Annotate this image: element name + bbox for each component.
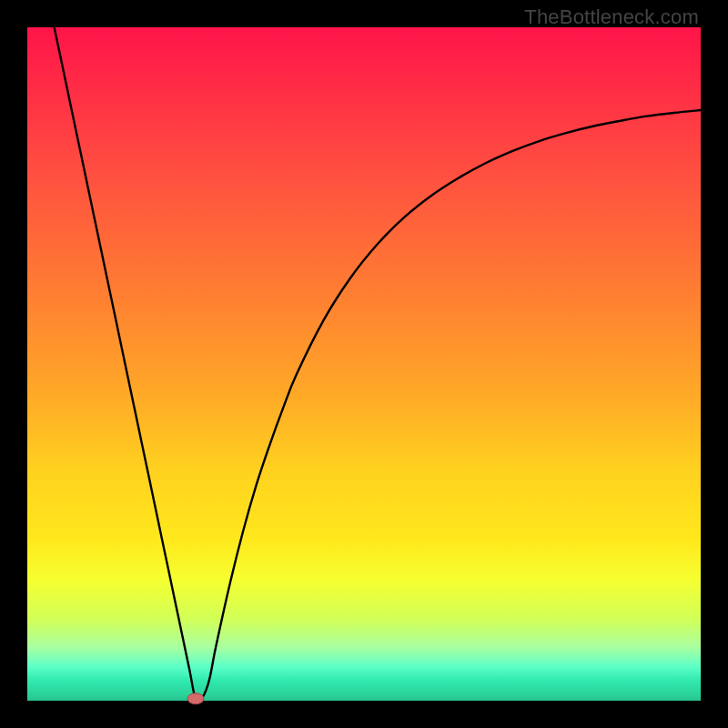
- bottleneck-curve: [55, 27, 701, 702]
- watermark-text: TheBottleneck.com: [524, 5, 699, 29]
- plot-area: [27, 27, 701, 701]
- minimum-marker: [187, 693, 204, 704]
- curve-layer: [27, 27, 701, 701]
- chart-frame: TheBottleneck.com: [0, 0, 728, 728]
